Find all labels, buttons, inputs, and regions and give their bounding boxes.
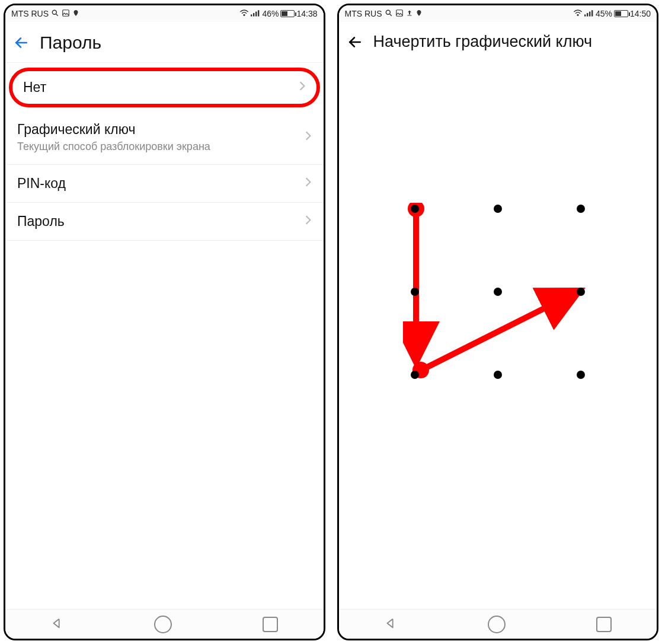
- svg-rect-7: [258, 10, 259, 16]
- battery-icon: [280, 10, 295, 17]
- svg-rect-4: [251, 14, 252, 16]
- upload-icon: [406, 9, 413, 19]
- status-left: MTS RUS: [11, 9, 79, 19]
- svg-point-0: [52, 10, 56, 14]
- settings-list: Нет Графический ключ Текущий способ разб…: [5, 63, 324, 609]
- pattern-overlay: [403, 203, 593, 393]
- pattern-dot[interactable]: [411, 371, 419, 379]
- status-left: MTS RUS: [345, 9, 423, 19]
- svg-point-3: [244, 14, 245, 15]
- pattern-dot[interactable]: [577, 205, 585, 213]
- svg-line-1: [56, 14, 58, 15]
- status-right: 46% 14:38: [239, 9, 317, 18]
- svg-rect-6: [255, 12, 257, 17]
- svg-line-22: [424, 293, 575, 369]
- battery-pct-label: 45%: [596, 9, 612, 18]
- search-icon: [51, 9, 59, 19]
- app-header: Пароль: [5, 22, 324, 63]
- svg-rect-12: [407, 15, 411, 15]
- time-label: 14:38: [296, 9, 317, 18]
- battery-pct-label: 46%: [262, 9, 279, 18]
- option-none[interactable]: Нет: [9, 68, 320, 107]
- nav-bar: [339, 609, 657, 639]
- pattern-grid[interactable]: [403, 203, 593, 393]
- option-pattern[interactable]: Графический ключ Текущий способ разблоки…: [5, 111, 324, 165]
- pattern-dot[interactable]: [494, 371, 502, 379]
- svg-rect-16: [589, 12, 590, 17]
- svg-rect-17: [591, 10, 593, 16]
- image-icon: [62, 9, 70, 19]
- nav-bar: [5, 609, 324, 639]
- nav-back-button[interactable]: [384, 617, 397, 632]
- phone-right: MTS RUS 45% 14:50: [337, 4, 659, 640]
- carrier-label: MTS RUS: [345, 9, 382, 18]
- carrier-label: MTS RUS: [11, 9, 49, 18]
- status-right: 45% 14:50: [573, 9, 651, 18]
- pattern-dot[interactable]: [411, 205, 419, 213]
- chevron-right-icon: [305, 177, 312, 190]
- nav-recent-button[interactable]: [263, 617, 278, 632]
- nav-back-button[interactable]: [50, 617, 63, 632]
- option-title: PIN-код: [17, 176, 66, 192]
- svg-point-13: [577, 14, 578, 15]
- pattern-area[interactable]: [339, 60, 657, 609]
- svg-rect-14: [584, 14, 586, 16]
- svg-rect-11: [396, 9, 402, 16]
- option-title: Нет: [23, 79, 46, 95]
- status-bar: MTS RUS 46% 14:38: [5, 5, 324, 22]
- back-button[interactable]: [347, 34, 363, 50]
- app-header: Начертить графический ключ: [339, 22, 657, 60]
- pattern-dot[interactable]: [494, 205, 502, 213]
- time-label: 14:50: [630, 9, 651, 18]
- option-password[interactable]: Пароль: [5, 203, 324, 241]
- option-title: Графический ключ: [17, 122, 210, 138]
- back-button[interactable]: [14, 35, 29, 50]
- search-icon: [385, 9, 393, 19]
- phone-left: MTS RUS 46% 14:38 Парол: [4, 4, 325, 640]
- signal-icon: [584, 9, 594, 18]
- svg-rect-5: [253, 13, 254, 17]
- battery-icon: [614, 10, 628, 17]
- pattern-dot[interactable]: [411, 288, 419, 296]
- option-title: Пароль: [17, 213, 65, 229]
- nav-home-button[interactable]: [154, 616, 172, 633]
- nav-home-button[interactable]: [488, 616, 506, 633]
- pattern-dot[interactable]: [577, 371, 585, 379]
- wifi-icon: [239, 9, 249, 18]
- chevron-right-icon: [305, 215, 312, 228]
- nav-recent-button[interactable]: [596, 617, 612, 632]
- page-title: Пароль: [40, 33, 101, 53]
- status-bar: MTS RUS 45% 14:50: [339, 5, 657, 22]
- pattern-dot[interactable]: [577, 288, 585, 296]
- svg-rect-2: [63, 9, 69, 16]
- svg-line-10: [389, 14, 391, 15]
- chevron-right-icon: [299, 81, 306, 94]
- option-pin[interactable]: PIN-код: [5, 165, 324, 203]
- svg-rect-15: [587, 13, 588, 17]
- location-icon: [72, 9, 79, 19]
- signal-icon: [251, 9, 260, 18]
- pattern-dot[interactable]: [494, 288, 502, 296]
- wifi-icon: [573, 9, 583, 18]
- image-icon: [395, 9, 404, 19]
- chevron-right-icon: [305, 130, 312, 144]
- svg-point-9: [386, 10, 390, 14]
- page-title: Начертить графический ключ: [373, 33, 593, 51]
- location-icon: [415, 9, 423, 19]
- option-sub: Текущий способ разблокировки экрана: [17, 140, 210, 154]
